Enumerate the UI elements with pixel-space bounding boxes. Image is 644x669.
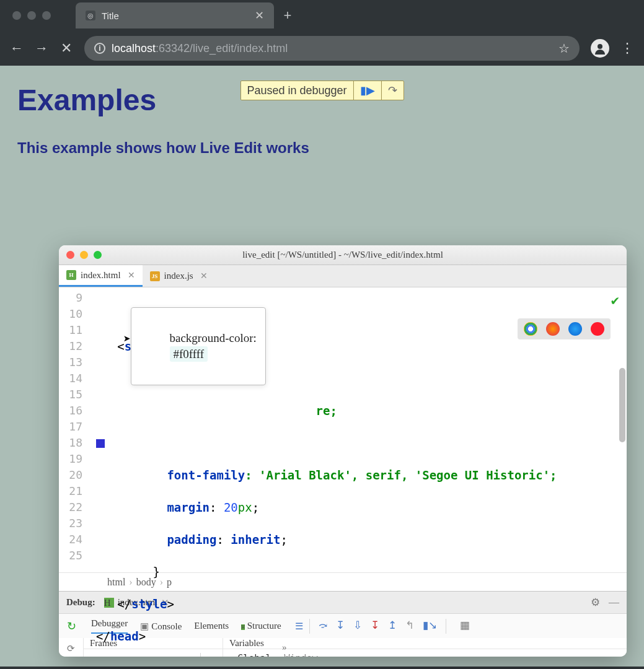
ide-window-title: live_edit [~/WS/untitled] - ~/WS/live_ed…	[242, 250, 443, 260]
close-tab-icon[interactable]: ✕	[255, 9, 264, 22]
nav-back-icon[interactable]: ←	[10, 42, 24, 55]
line-number-gutter: 910111213141516171819202122232425	[59, 287, 87, 572]
new-tab-button[interactable]: +	[279, 7, 296, 24]
tab-favicon: ◎	[86, 11, 95, 20]
mouse-cursor-icon: ➤	[123, 331, 131, 347]
color-swatch-icon[interactable]	[96, 439, 105, 448]
svg-point-0	[598, 44, 602, 49]
profile-avatar-icon[interactable]	[591, 39, 609, 58]
bookmark-star-icon[interactable]: ☆	[558, 41, 570, 56]
url-host: localhost	[112, 42, 156, 55]
browser-tab-active[interactable]: ◎ Title ✕	[76, 2, 274, 28]
url-port: :63342	[156, 42, 190, 55]
color-tooltip: background-color: #f0ffff	[131, 307, 266, 385]
page-subheading: This example shows how Live Edit works	[17, 139, 627, 157]
file-icon-js: JS	[150, 271, 160, 281]
paused-label: Paused in debugger	[240, 82, 353, 100]
debugger-step-icon[interactable]: ↷	[381, 81, 404, 100]
code-area[interactable]: background-color: #f0ffff ➤ <style> re; …	[96, 287, 627, 572]
address-bar[interactable]: i localhost:63342/live_edit/index.html ☆	[84, 36, 580, 61]
more-vars-icon[interactable]: »	[282, 642, 287, 653]
close-editor-tab-icon[interactable]: ✕	[200, 271, 208, 281]
debug-tool-label: Debug:	[66, 597, 95, 608]
nav-stop-icon[interactable]: ✕	[60, 42, 73, 55]
close-editor-tab-icon[interactable]: ✕	[128, 270, 135, 281]
ide-titlebar: live_edit [~/WS/untitled] - ~/WS/live_ed…	[59, 245, 627, 265]
code-editor[interactable]: ✔ 910111213141516171819202122232425 back…	[59, 287, 627, 572]
url-path: /live_edit/index.html	[190, 42, 288, 55]
tooltip-value: #f0ffff	[170, 346, 208, 362]
browser-menu-icon[interactable]: ⋮	[620, 40, 634, 56]
site-info-icon[interactable]: i	[94, 43, 105, 54]
tooltip-label: background-color:	[170, 331, 257, 344]
rerun-icon[interactable]: ↻	[67, 619, 76, 633]
ide-window-controls[interactable]	[66, 251, 102, 259]
sync-icon[interactable]: ⟳	[67, 643, 75, 654]
editor-tab-index-js[interactable]: JS index.js ✕	[143, 265, 215, 287]
nav-forward-icon[interactable]: →	[35, 42, 48, 55]
os-window-controls[interactable]	[12, 11, 51, 20]
editor-tab-label: index.js	[164, 271, 193, 281]
paused-in-debugger-badge: Paused in debugger ▮▶ ↷	[240, 81, 404, 100]
tab-title: Title	[102, 11, 119, 21]
debugger-resume-icon[interactable]: ▮▶	[353, 81, 381, 100]
ide-window: live_edit [~/WS/untitled] - ~/WS/live_ed…	[59, 245, 627, 657]
editor-tab-index-html[interactable]: H index.html ✕	[59, 265, 143, 287]
editor-tab-label: index.html	[81, 270, 121, 281]
file-icon-html: H	[66, 270, 76, 280]
